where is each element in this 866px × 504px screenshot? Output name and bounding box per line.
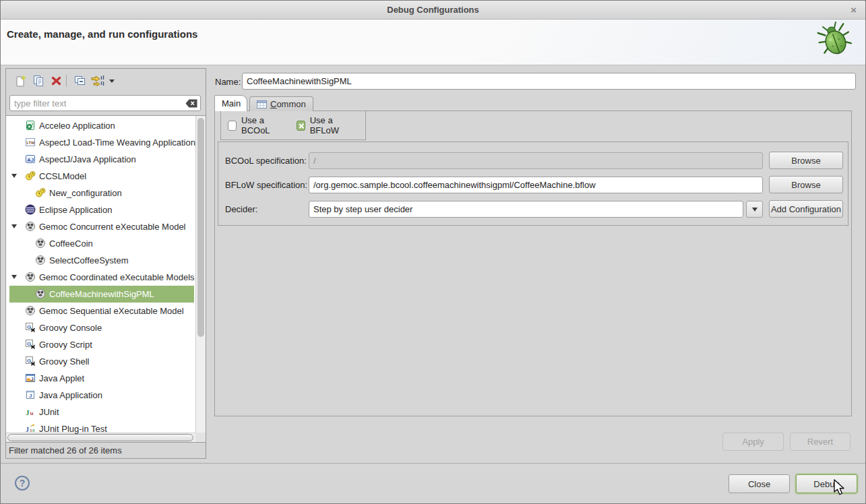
bcool-browse-button[interactable]: Browse	[769, 152, 843, 169]
filter-icon	[90, 75, 104, 86]
tree-item-label: CCSLModel	[39, 171, 86, 181]
tree-item-label: New_configuration	[49, 188, 122, 198]
apply-button: Apply	[722, 433, 784, 451]
use-bcool-option[interactable]: Use a BCOoL	[228, 115, 287, 135]
tab-common[interactable]: Common	[249, 96, 313, 111]
tree-item[interactable]: JJava Applet	[6, 370, 195, 387]
tree-item-label: AspectJ/Java Application	[39, 154, 136, 164]
configuration-details-panel: Name: Main Common Use a BCOoL Use a BFLo…	[212, 68, 861, 459]
filter-input[interactable]	[9, 95, 201, 111]
add-configuration-button[interactable]: Add Configuration	[769, 200, 843, 218]
groovy-icon: G	[25, 356, 36, 367]
header-banner: Create, manage, and run configurations	[1, 20, 865, 65]
filter-box	[9, 95, 201, 111]
duplicate-button[interactable]	[30, 73, 47, 89]
tree-item-label: Groovy Script	[39, 340, 92, 350]
groovy-icon: G	[25, 322, 36, 333]
tree-item[interactable]: AJAspectJ/Java Application	[6, 151, 195, 168]
groovy-icon: G	[25, 339, 36, 350]
java-applet-icon: J	[25, 373, 36, 383]
tree-item-label: Groovy Shell	[39, 356, 89, 367]
use-bflow-option[interactable]: Use a BFLoW	[297, 115, 356, 135]
tree-item[interactable]: GGroovy Script	[6, 336, 195, 353]
filter-button[interactable]	[88, 73, 106, 89]
tree-item[interactable]: Gemoc Coordinated eXecutable Models	[6, 269, 195, 286]
collapse-all-button[interactable]	[71, 73, 88, 89]
revert-button: Revert	[790, 433, 850, 451]
tree-item[interactable]: CoffeeMachinewithSigPML	[6, 286, 195, 303]
decider-dropdown-button[interactable]	[746, 201, 763, 218]
ccsl-icon	[35, 187, 46, 198]
use-bflow-label: Use a BFLoW	[310, 115, 356, 135]
tree-item[interactable]: CoffeeCoin	[6, 235, 195, 252]
svg-text:u: u	[30, 410, 34, 416]
tree-item[interactable]: CCSLModel	[6, 168, 195, 185]
gemoc-icon	[35, 288, 46, 299]
use-bflow-checkbox[interactable]	[297, 121, 305, 131]
tree-item[interactable]: JJava Application	[6, 387, 195, 404]
new-configuration-button[interactable]	[12, 73, 30, 89]
tree-item[interactable]: JuJUnit	[6, 404, 195, 420]
java-app-icon: J	[25, 389, 36, 400]
use-bcool-label: Use a BCOoL	[241, 115, 287, 135]
gemoc-icon	[25, 305, 36, 316]
tree-item-label: Groovy Console	[39, 323, 102, 333]
scrollbar-thumb[interactable]	[197, 118, 204, 337]
tree-item[interactable]: Gemoc Sequential eXecutable Model	[6, 303, 195, 319]
tree-item-label: Acceleo Application	[39, 121, 115, 131]
debug-configurations-dialog: Debug Configurations × Create, manage, a…	[0, 0, 866, 504]
svg-text:G: G	[27, 358, 31, 364]
footer-divider	[1, 463, 865, 464]
tree-item[interactable]: Eclipse Application	[6, 201, 195, 218]
debug-bug-icon	[815, 20, 855, 63]
configurations-panel: Acceleo ApplicationLTWAspectJ Load-Time …	[5, 68, 206, 459]
svg-text:J: J	[29, 393, 32, 399]
tree-item[interactable]: Acceleo Application	[6, 117, 195, 134]
tree-item[interactable]: SelectCoffeeSystem	[6, 252, 195, 269]
tree-vertical-scrollbar[interactable]	[195, 116, 206, 433]
eclipse-icon	[25, 204, 36, 215]
decider-combo[interactable]	[309, 201, 743, 218]
delete-icon	[51, 75, 62, 86]
collapse-all-icon	[73, 75, 86, 86]
toolbar-menu-button[interactable]	[106, 73, 118, 89]
bflow-browse-button[interactable]: Browse	[769, 176, 843, 193]
tree-item-label: SelectCoffeeSystem	[49, 255, 129, 265]
close-button[interactable]: Close	[729, 474, 790, 493]
bcool-spec-label: BCOoL specification:	[225, 156, 307, 166]
expand-arrow-icon[interactable]	[11, 174, 17, 178]
tree-item[interactable]: LTWAspectJ Load-Time Weaving Application	[6, 134, 195, 151]
junit-plugin-icon: J	[25, 423, 36, 434]
tree-item[interactable]: GGroovy Shell	[6, 353, 195, 370]
name-input[interactable]	[242, 73, 856, 90]
tree-item-label: Java Applet	[39, 373, 84, 383]
tree-item-label: CoffeeMachinewithSigPML	[49, 289, 154, 299]
scrollbar-corner	[195, 433, 206, 442]
close-window-icon[interactable]: ×	[850, 1, 857, 20]
expand-arrow-icon[interactable]	[11, 224, 17, 228]
tab-main[interactable]: Main	[214, 95, 247, 111]
svg-text:G: G	[27, 341, 31, 347]
filter-status: Filter matched 26 of 26 items	[6, 443, 206, 458]
svg-text:G: G	[27, 324, 31, 330]
tree-item-label: Java Application	[39, 390, 102, 400]
expand-arrow-icon[interactable]	[11, 275, 17, 279]
gemoc-icon	[35, 238, 46, 249]
main-tab-content: Use a BCOoL Use a BFLoW BCOoL specificat…	[214, 111, 852, 416]
bflow-spec-label: BFLoW specification:	[225, 180, 307, 190]
tree-item[interactable]: GGroovy Console	[6, 319, 195, 336]
tree-item[interactable]: Gemoc Concurrent eXecutable Model	[6, 218, 195, 235]
backspace-icon[interactable]	[185, 99, 197, 108]
tree-item-label: Gemoc Sequential eXecutable Model	[39, 306, 184, 316]
new-config-icon	[15, 75, 27, 87]
use-bcool-checkbox[interactable]	[228, 121, 237, 131]
debug-button[interactable]: Debug	[796, 474, 857, 493]
gemoc-icon	[25, 272, 36, 282]
delete-button[interactable]	[47, 73, 65, 89]
tree-item-label: CoffeeCoin	[49, 239, 93, 249]
bflow-spec-input[interactable]	[309, 177, 763, 193]
help-button[interactable]: ?	[15, 476, 30, 491]
chevron-down-icon	[109, 78, 115, 84]
tree-item[interactable]: JJUnit Plug-in Test	[6, 420, 195, 437]
tree-item[interactable]: New_configuration	[6, 185, 195, 201]
